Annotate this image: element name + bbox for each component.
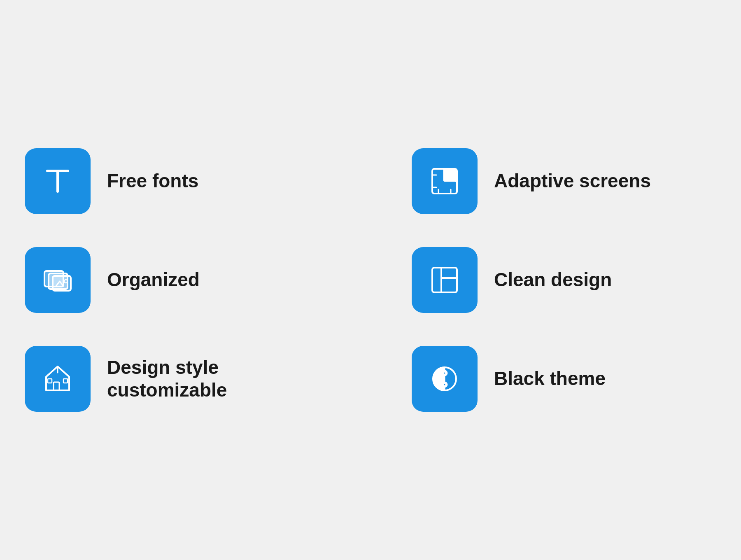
adaptive-icon — [428, 165, 461, 198]
gallery-icon — [41, 264, 74, 296]
design-style-label: Design style customizable — [107, 356, 329, 401]
text-icon — [41, 165, 74, 198]
black-theme-icon-box — [412, 346, 478, 412]
layout-icon — [428, 264, 461, 296]
free-fonts-icon-box — [25, 148, 91, 214]
feature-design-style: Design style customizable — [25, 346, 329, 412]
theme-icon — [428, 362, 461, 395]
free-fonts-label: Free fonts — [107, 170, 198, 192]
svg-rect-18 — [48, 379, 52, 383]
organized-label: Organized — [107, 268, 200, 291]
adaptive-screens-label: Adaptive screens — [494, 170, 651, 192]
customizable-icon — [41, 362, 74, 395]
feature-clean-design: Clean design — [412, 247, 716, 313]
feature-organized: Organized — [25, 247, 329, 313]
feature-adaptive-screens: Adaptive screens — [412, 148, 716, 214]
svg-rect-19 — [63, 379, 68, 383]
svg-rect-17 — [54, 382, 59, 390]
clean-design-label: Clean design — [494, 268, 612, 291]
design-style-icon-box — [25, 346, 91, 412]
organized-icon-box — [25, 247, 91, 313]
black-theme-label: Black theme — [494, 367, 606, 390]
feature-free-fonts: Free fonts — [25, 148, 329, 214]
svg-point-26 — [443, 372, 446, 374]
feature-black-theme: Black theme — [412, 346, 716, 412]
clean-design-icon-box — [412, 247, 478, 313]
svg-rect-13 — [432, 268, 457, 292]
features-grid: Free fonts Adaptive screens — [0, 124, 741, 436]
svg-point-25 — [443, 383, 446, 386]
adaptive-screens-icon-box — [412, 148, 478, 214]
